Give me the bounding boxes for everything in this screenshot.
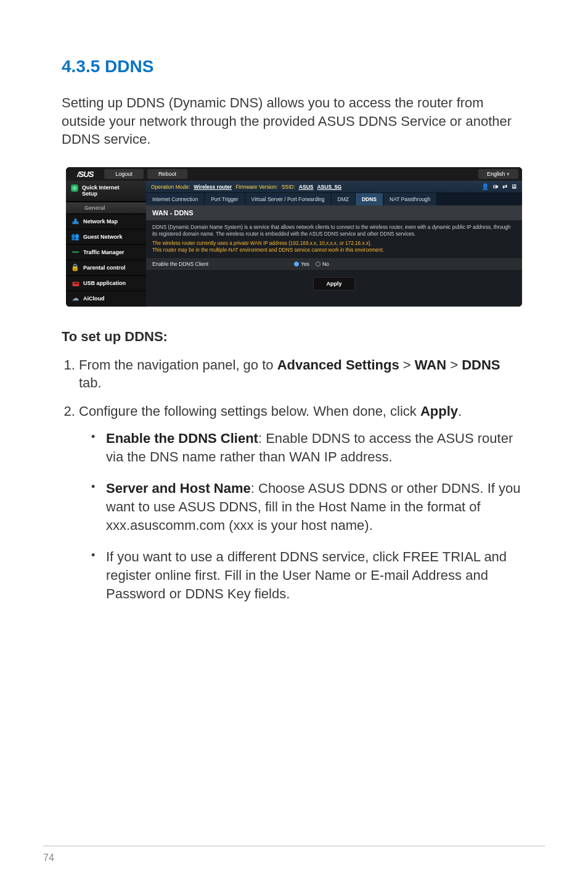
operation-mode-value[interactable]: Wireless router: [194, 184, 232, 190]
router-ui-screenshot: /SUS Logout Reboot English Quick Interne…: [66, 167, 522, 307]
status-bar: Operation Mode: Wireless router Firmware…: [146, 181, 522, 193]
operation-mode-label: Operation Mode:: [151, 184, 190, 190]
bullet-bold: Server and Host Name: [106, 481, 251, 496]
sidebar-item-network-map[interactable]: 🖧Network Map: [66, 214, 146, 229]
bullet-1: Enable the DDNS Client: Enable DDNS to a…: [88, 429, 526, 467]
usb-application-icon: 🖴: [71, 279, 80, 287]
ssid-label: SSID:: [282, 184, 295, 190]
user-icon[interactable]: 👤: [481, 183, 489, 190]
step-1: From the navigation panel, go to Advance…: [79, 356, 526, 392]
logout-button[interactable]: Logout: [104, 169, 144, 179]
tab-port-trigger[interactable]: Port Trigger: [205, 193, 245, 205]
wifi-icon[interactable]: 🕪: [492, 183, 499, 190]
bullet-text: If you want to use a different DDNS serv…: [106, 549, 507, 602]
intro-paragraph: Setting up DDNS (Dynamic DNS) allows you…: [62, 94, 526, 149]
parental-control-icon: 🔒: [71, 263, 80, 272]
radio-no-label: No: [322, 261, 329, 267]
step-text: From the navigation panel, go to: [79, 357, 277, 373]
qis-line2: Setup: [82, 191, 97, 197]
warning-line-2: This router may be in the multiple-NAT e…: [152, 247, 384, 253]
sidebar-item-label: USB application: [83, 280, 126, 286]
step-text: >: [399, 357, 415, 373]
bullet-3: If you want to use a different DDNS serv…: [88, 548, 526, 604]
step-bold: DDNS: [462, 357, 500, 373]
sidebar-item-guest-network[interactable]: 👥Guest Network: [66, 229, 146, 245]
sidebar-item-label: Network Map: [83, 218, 118, 225]
language-selector[interactable]: English: [478, 169, 518, 179]
sidebar: Quick Internet Setup General 🖧Network Ma…: [66, 181, 146, 307]
enable-ddns-row: Enable the DDNS Client Yes No: [146, 257, 522, 271]
enable-ddns-no[interactable]: No: [316, 261, 329, 267]
panel-title: WAN - DDNS: [146, 205, 522, 220]
tab-internet-connection[interactable]: Internet Connection: [146, 193, 205, 205]
step-bold: Advanced Settings: [277, 357, 399, 373]
main-panel: Operation Mode: Wireless router Firmware…: [146, 181, 522, 307]
sidebar-item-label: Parental control: [83, 265, 126, 271]
step-text: >: [446, 357, 462, 373]
panel-warning: The wireless router currently uses a pri…: [146, 239, 522, 257]
ssid-value-2[interactable]: ASUS_5G: [317, 184, 341, 190]
tab-virtual-server[interactable]: Virtual Server / Port Forwarding: [245, 193, 332, 205]
step-text: .: [458, 403, 462, 419]
reboot-button[interactable]: Reboot: [147, 169, 187, 179]
page-footer: 74: [0, 846, 588, 864]
radio-dot-icon: [294, 262, 299, 266]
bullet-2: Server and Host Name: Choose ASUS DDNS o…: [88, 479, 526, 535]
ssid-value-1[interactable]: ASUS: [299, 184, 314, 190]
device-icon[interactable]: 🖥: [511, 183, 517, 190]
apply-button[interactable]: Apply: [313, 277, 354, 291]
step-bold: WAN: [415, 357, 446, 373]
section-heading: 4.3.5 DDNS: [62, 57, 526, 76]
firmware-version-label: Firmware Version:: [235, 184, 278, 190]
warning-line-1: The wireless router currently uses a pri…: [152, 241, 372, 246]
step-text: tab.: [79, 375, 102, 390]
sidebar-item-label: AiCloud: [83, 295, 105, 302]
sidebar-item-label: Guest Network: [83, 234, 123, 240]
procedure-heading: To set up DDNS:: [62, 329, 526, 345]
brand-logo: /SUS: [66, 170, 104, 179]
tab-dmz[interactable]: DMZ: [332, 193, 356, 205]
radio-dot-icon: [316, 262, 321, 266]
sidebar-item-aicloud[interactable]: ☁AiCloud: [66, 291, 146, 307]
aicloud-icon: ☁: [71, 294, 80, 303]
bullet-bold: Enable the DDNS Client: [106, 431, 258, 446]
wan-tabs: Internet Connection Port Trigger Virtual…: [146, 193, 522, 205]
topbar: /SUS Logout Reboot English: [66, 167, 522, 181]
screenshot-container: /SUS Logout Reboot English Quick Interne…: [62, 167, 526, 307]
panel-description: DDNS (Dynamic Domain Name System) is a s…: [146, 220, 522, 239]
sidebar-item-traffic-manager[interactable]: 〰Traffic Manager: [66, 245, 146, 260]
apply-row: Apply: [146, 271, 522, 299]
traffic-manager-icon: 〰: [71, 248, 80, 257]
step-2: Configure the following settings below. …: [79, 402, 526, 604]
sidebar-group-general: General: [66, 202, 146, 214]
page-number: 74: [43, 852, 545, 864]
step-text: Configure the following settings below. …: [79, 403, 420, 419]
sidebar-item-parental-control[interactable]: 🔒Parental control: [66, 260, 146, 276]
sidebar-item-usb-application[interactable]: 🖴USB application: [66, 276, 146, 291]
radio-yes-label: Yes: [301, 261, 309, 267]
guest-network-icon: 👥: [71, 233, 80, 241]
qis-line1: Quick Internet: [82, 184, 120, 191]
sidebar-item-quick-internet-setup[interactable]: Quick Internet Setup: [66, 181, 146, 202]
footer-rule: [43, 846, 545, 846]
sidebar-item-label: Traffic Manager: [83, 249, 125, 255]
enable-ddns-label: Enable the DDNS Client: [152, 261, 294, 267]
step-bold: Apply: [420, 403, 458, 419]
procedure-steps: From the navigation panel, go to Advance…: [62, 356, 526, 604]
tab-ddns[interactable]: DDNS: [356, 193, 383, 205]
network-map-icon: 🖧: [71, 217, 80, 226]
link-icon[interactable]: ⇄: [502, 183, 507, 190]
sub-bullets: Enable the DDNS Client: Enable DDNS to a…: [79, 429, 526, 604]
tab-nat-passthrough[interactable]: NAT Passthrough: [383, 193, 437, 205]
enable-ddns-yes[interactable]: Yes: [294, 261, 309, 267]
status-icons: 👤 🕪 ⇄ 🖥: [481, 183, 517, 190]
